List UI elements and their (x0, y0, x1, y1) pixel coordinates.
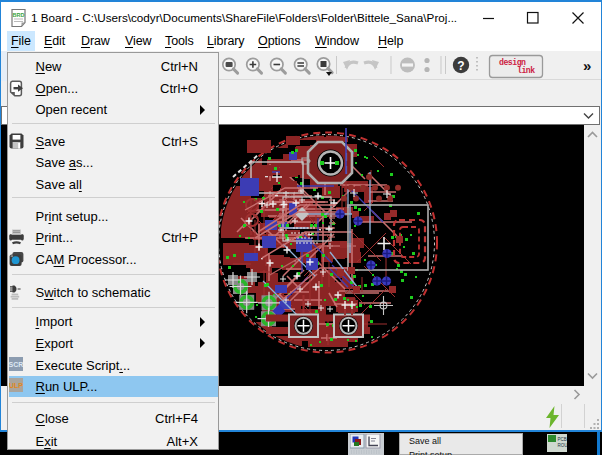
svg-text:PCB: PCB (558, 437, 567, 442)
svg-text:ULP: ULP (9, 382, 23, 389)
svg-text:»: » (583, 57, 591, 74)
svg-text:link: link (517, 66, 535, 75)
svg-text:ROUTE: ROUTE (558, 443, 568, 448)
svg-text:SCR: SCR (9, 361, 23, 368)
svg-text:?: ? (457, 59, 464, 73)
